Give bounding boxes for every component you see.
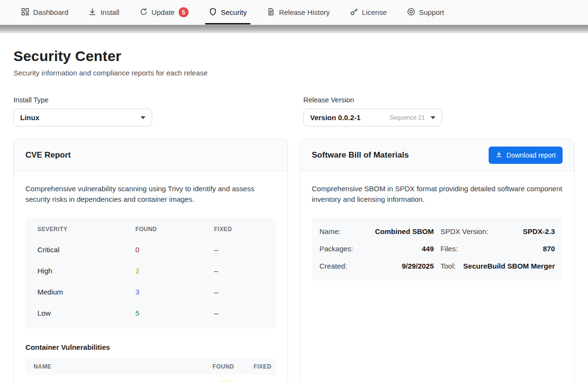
release-version-value: Version 0.0.2-1	[310, 113, 389, 122]
release-sequence-label: Sequence 21	[389, 114, 425, 121]
col-name: NAME	[34, 363, 206, 370]
found-count: 0	[135, 246, 214, 254]
page-subtitle: Security information and compliance repo…	[13, 69, 575, 77]
col-fixed: FIXED	[214, 226, 264, 233]
found-count: 5	[135, 309, 214, 317]
nav-tab-label: Security	[221, 8, 247, 16]
install-type-control: Install Type Linux	[13, 96, 152, 126]
header-scroll-shadow	[0, 25, 588, 33]
fixed-count: –	[214, 246, 264, 254]
table-row: High 2 –	[25, 260, 276, 282]
dashboard-grid-icon	[21, 8, 29, 17]
document-icon	[267, 8, 275, 17]
nav-tab-install[interactable]: Install	[82, 0, 126, 25]
nav-tab-license[interactable]: License	[343, 0, 394, 25]
top-navigation: Dashboard Install Update 5 Security Rele…	[0, 0, 588, 25]
severity-label: High	[37, 267, 135, 275]
sbom-header: Software Bill of Materials Download repo…	[300, 139, 575, 172]
found-count-badge	[218, 381, 234, 382]
severity-label: Low	[37, 309, 135, 317]
table-row: Critical 0 –	[25, 239, 276, 260]
nav-tab-label: Release History	[279, 8, 330, 16]
fixed-count: –	[214, 309, 264, 317]
sbom-info-created: Created: 9/29/2025	[320, 258, 434, 275]
main-content: Security Center Security information and…	[0, 48, 588, 382]
download-report-label: Download report	[506, 151, 556, 159]
sbom-info-files: Files: 870	[441, 240, 555, 258]
severity-table-header: SEVERITY FOUND FIXED	[25, 219, 276, 239]
nav-tab-label: Support	[419, 8, 444, 16]
col-found: FOUND	[206, 363, 234, 370]
download-report-button[interactable]: Download report	[489, 147, 563, 164]
sbom-info-spdx-version: SPDX Version: SPDX-2.3	[441, 223, 555, 240]
fixed-count: –	[214, 267, 264, 275]
container-table-header: NAME FOUND FIXED	[25, 358, 276, 375]
key-icon	[350, 8, 358, 17]
sbom-title: Software Bill of Materials	[312, 150, 409, 160]
col-found: FOUND	[135, 226, 214, 233]
sbom-info-name: Name: Combined SBOM	[320, 223, 434, 240]
nav-tab-label: Dashboard	[33, 8, 68, 16]
sbom-card: Software Bill of Materials Download repo…	[300, 139, 575, 382]
col-fixed: FIXED	[234, 363, 272, 370]
table-row	[25, 375, 276, 382]
refresh-icon	[140, 8, 148, 17]
nav-tab-support[interactable]: Support	[400, 0, 451, 25]
nav-tab-release-history[interactable]: Release History	[260, 0, 336, 25]
nav-tab-dashboard[interactable]: Dashboard	[14, 0, 75, 25]
install-type-label: Install Type	[13, 96, 152, 104]
col-severity: SEVERITY	[37, 226, 135, 233]
sbom-info-packages: Packages: 449	[320, 240, 434, 258]
release-version-control: Release Version Version 0.0.2-1 Sequence…	[303, 96, 442, 126]
nav-tab-label: Update	[152, 8, 175, 16]
nav-tab-label: License	[362, 8, 387, 16]
table-row: Low 5 –	[25, 303, 276, 324]
severity-table: SEVERITY FOUND FIXED Critical 0 – High 2…	[25, 217, 276, 329]
download-icon	[88, 8, 96, 17]
container-vulnerabilities-title: Container Vulnerabilities	[25, 343, 276, 351]
cve-report-title: CVE Report	[25, 150, 71, 160]
nav-tab-security[interactable]: Security	[202, 0, 253, 25]
update-count-badge: 5	[179, 7, 189, 17]
filter-controls: Install Type Linux Release Version Versi…	[13, 96, 575, 126]
install-type-value: Linux	[20, 113, 137, 122]
download-icon	[495, 151, 503, 160]
cve-report-description: Comprehensive vulnerability scanning usi…	[25, 184, 276, 205]
sbom-info-tool: Tool: SecureBuild SBOM Merger	[441, 258, 555, 275]
nav-tab-update[interactable]: Update 5	[133, 0, 195, 25]
cve-report-header: CVE Report	[14, 139, 288, 172]
chevron-down-icon	[141, 116, 145, 119]
release-version-select[interactable]: Version 0.0.2-1 Sequence 21	[303, 109, 442, 126]
found-count: 3	[135, 288, 214, 296]
install-type-select[interactable]: Linux	[13, 109, 152, 126]
fixed-count: –	[214, 288, 264, 296]
shield-icon	[209, 8, 217, 17]
chevron-down-icon	[431, 116, 435, 119]
sbom-info-panel: Name: Combined SBOM SPDX Version: SPDX-2…	[312, 217, 563, 281]
found-count: 2	[135, 267, 214, 275]
cve-report-card: CVE Report Comprehensive vulnerability s…	[13, 139, 288, 382]
release-version-label: Release Version	[303, 96, 442, 104]
table-row: Medium 3 –	[25, 282, 276, 303]
nav-tab-label: Install	[100, 8, 119, 16]
sbom-description: Comprehensive SBOM in SPDX format provid…	[312, 184, 563, 205]
page-title: Security Center	[13, 48, 575, 64]
severity-label: Critical	[37, 246, 135, 254]
lifebuoy-icon	[407, 8, 415, 17]
severity-label: Medium	[37, 288, 135, 296]
